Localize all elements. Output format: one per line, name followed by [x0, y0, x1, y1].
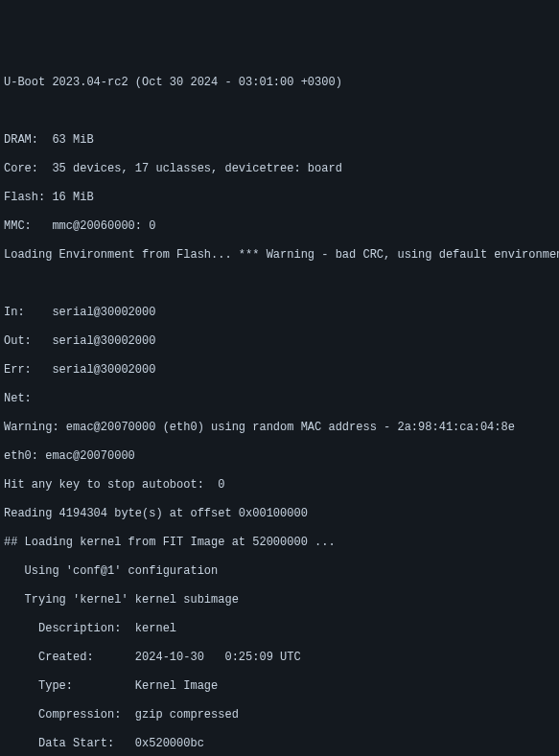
dram-info: DRAM: 63 MiB: [4, 133, 555, 148]
net-info: Net:: [4, 392, 555, 406]
mac-warning: Warning: emac@20070000 (eth0) using rand…: [4, 421, 555, 435]
trying-kernel: Trying 'kernel' kernel subimage: [4, 593, 555, 607]
kernel-data-start: Data Start: 0x520000bc: [4, 737, 555, 751]
autoboot-prompt: Hit any key to stop autoboot: 0: [4, 478, 555, 493]
serial-err: Err: serial@30002000: [4, 363, 555, 378]
mmc-info: MMC: mmc@20060000: 0: [4, 219, 555, 234]
kernel-description: Description: kernel: [4, 622, 555, 636]
uboot-header: U-Boot 2023.04-rc2 (Oct 30 2024 - 03:01:…: [4, 76, 555, 90]
flash-info: Flash: 16 MiB: [4, 191, 555, 205]
kernel-type: Type: Kernel Image: [4, 679, 555, 694]
serial-in: In: serial@30002000: [4, 306, 555, 320]
terminal-output: U-Boot 2023.04-rc2 (Oct 30 2024 - 03:01:…: [4, 61, 555, 756]
blank-line: [4, 104, 555, 119]
reading-bytes: Reading 4194304 byte(s) at offset 0x0010…: [4, 507, 555, 521]
core-info: Core: 35 devices, 17 uclasses, devicetre…: [4, 162, 555, 176]
eth-info: eth0: emac@20070000: [4, 449, 555, 464]
conf-line: Using 'conf@1' configuration: [4, 564, 555, 579]
env-warning: Loading Environment from Flash... *** Wa…: [4, 248, 555, 263]
kernel-created: Created: 2024-10-30 0:25:09 UTC: [4, 651, 555, 665]
loading-kernel-header: ## Loading kernel from FIT Image at 5200…: [4, 536, 555, 550]
kernel-compression: Compression: gzip compressed: [4, 708, 555, 722]
blank-line: [4, 277, 555, 291]
serial-out: Out: serial@30002000: [4, 334, 555, 349]
